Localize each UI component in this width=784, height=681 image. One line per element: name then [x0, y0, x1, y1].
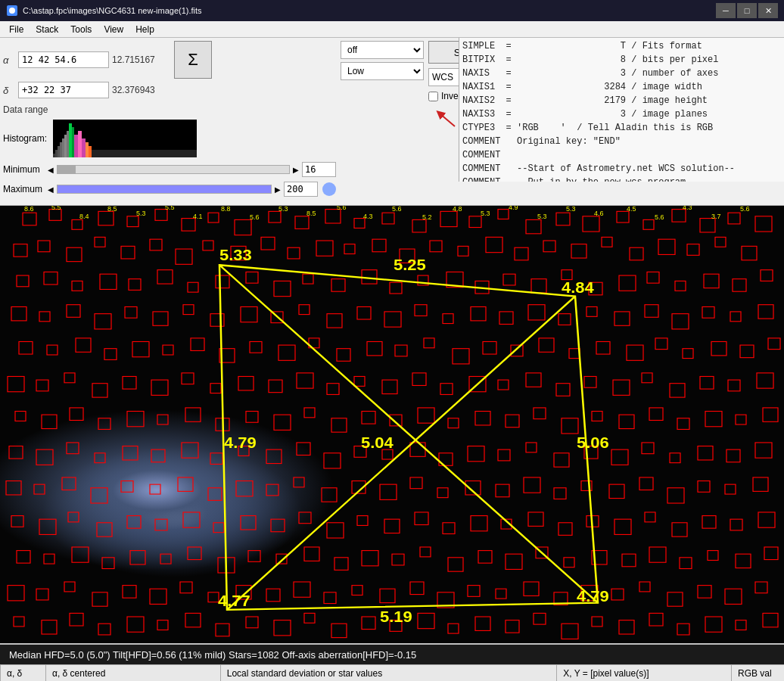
max-arrow-left[interactable]: ◀	[48, 185, 54, 194]
min-arrow-right[interactable]: ▶	[293, 166, 299, 174]
status-coords-label: α, δ	[0, 665, 45, 681]
svg-rect-17	[92, 150, 197, 157]
fits-line: COMMENT Original key: "END"	[462, 135, 781, 148]
svg-rect-6	[60, 142, 62, 157]
maximum-row: Maximum ◀ ▶	[3, 182, 336, 197]
svg-rect-13	[78, 131, 82, 157]
alpha-decimal: 12.715167	[112, 54, 165, 65]
menubar: File Stack Tools View Help	[0, 21, 784, 38]
fits-line: NAXIS1 = 3284 / image width	[462, 80, 781, 94]
sigma-button[interactable]: Σ	[174, 41, 212, 79]
min-label: Minimum	[3, 164, 45, 175]
fits-line: NAXIS2 = 2179 / image height	[462, 94, 781, 107]
svg-line-18	[440, 114, 455, 126]
svg-rect-4	[55, 150, 58, 157]
histogram-canvas	[53, 120, 197, 157]
menu-file[interactable]: File	[3, 21, 30, 38]
titlebar: C:\astap.fpc\images\NGC4631 new-image(1)…	[0, 0, 784, 21]
min-arrow-left[interactable]: ◀	[48, 166, 54, 174]
fits-line: SIMPLE = T / Fits format	[462, 39, 781, 53]
delta-decimal: 32.376943	[112, 85, 165, 95]
status-std-dev: Local standard deviation or star values	[220, 665, 557, 681]
close-button[interactable]: ✕	[758, 3, 778, 18]
status-xy-pixel: X, Y = [pixel value(s)]	[556, 665, 731, 681]
svg-rect-3	[53, 154, 55, 157]
app-icon	[6, 5, 18, 17]
data-range-label: Data range	[3, 104, 336, 115]
status-centered: α, δ centered	[45, 665, 220, 681]
svg-rect-14	[82, 138, 86, 157]
middle-controls: off linear log sqrt Low Med High	[341, 41, 424, 177]
inverse-checkbox[interactable]	[428, 92, 438, 101]
min-value-input[interactable]	[302, 162, 336, 177]
max-arrow-right[interactable]: ▶	[275, 185, 281, 194]
fits-line: NAXIS3 = 3 / image planes	[462, 107, 781, 121]
histogram-area: Histogram:	[3, 120, 336, 157]
svg-rect-5	[58, 146, 60, 157]
alpha-row: α 12.715167 Σ	[3, 41, 336, 79]
fits-line: COMMENT --Put in by the new-wcs program-…	[462, 176, 781, 182]
fits-line: COMMENT	[462, 148, 781, 162]
menu-tools[interactable]: Tools	[64, 21, 98, 38]
delta-row: δ 32.376943	[3, 82, 336, 98]
fits-line: BITPIX = 8 / bits per pixel	[462, 53, 781, 67]
maximize-button[interactable]: □	[737, 3, 757, 18]
svg-rect-10	[69, 123, 72, 157]
menu-view[interactable]: View	[98, 21, 129, 38]
svg-rect-15	[86, 142, 89, 157]
svg-point-1	[9, 8, 15, 14]
fits-line: COMMENT --Start of Astrometry.net WCS so…	[462, 162, 781, 176]
hfd-statusbar: Median HFD=5.0 (5.0") Tilt[HFD]=0.56 (11…	[0, 645, 784, 664]
left-controls: α 12.715167 Σ δ 32.376943 Data range His…	[3, 41, 336, 177]
max-slider-track[interactable]	[57, 185, 272, 194]
status-rgb: RGB val	[731, 665, 784, 681]
statusbar: α, δ α, δ centered Local standard deviat…	[0, 664, 784, 681]
histogram-label: Histogram:	[3, 133, 48, 144]
delta-input[interactable]	[18, 82, 109, 98]
max-label: Maximum	[3, 184, 45, 194]
hfd-status-text: Median HFD=5.0 (5.0") Tilt[HFD]=0.56 (11…	[9, 649, 416, 661]
alpha-input[interactable]	[18, 51, 109, 68]
svg-rect-8	[64, 135, 67, 157]
svg-rect-7	[62, 138, 64, 157]
minimize-button[interactable]: ─	[716, 3, 736, 18]
window-title: C:\astap.fpc\images\NGC4631 new-image(1)…	[23, 6, 716, 15]
svg-rect-9	[67, 131, 69, 157]
stretch-select[interactable]: off linear log sqrt	[341, 41, 424, 59]
fits-line: CTYPE3 = 'RGB ' / Tell Aladin this is RG…	[462, 121, 781, 135]
min-slider-track[interactable]	[57, 165, 290, 174]
fits-header-panel[interactable]: SIMPLE = T / Fits format BITPIX = 8 / bi…	[459, 38, 784, 182]
alpha-label: α	[3, 54, 15, 66]
minimum-row: Minimum ◀ ▶	[3, 162, 336, 177]
max-value-input[interactable]	[284, 182, 318, 197]
menu-help[interactable]: Help	[129, 21, 160, 38]
fits-line: NAXIS = 3 / number of axes	[462, 67, 781, 80]
svg-rect-12	[74, 135, 78, 157]
max-slider-thumb	[322, 182, 336, 196]
main-image-area[interactable]: 5.33 5.25 4.84 4.79 5.04 5.06 4.77 5.19 …	[0, 206, 784, 643]
low-select[interactable]: Low Med High	[341, 62, 424, 80]
menu-stack[interactable]: Stack	[30, 21, 64, 38]
svg-rect-16	[89, 146, 92, 157]
delta-label: δ	[3, 85, 15, 96]
star-field	[0, 206, 784, 643]
svg-rect-11	[72, 127, 74, 157]
